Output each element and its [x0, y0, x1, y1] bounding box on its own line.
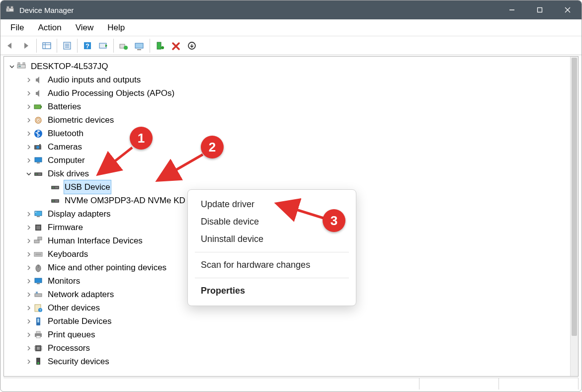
vertical-scrollbar[interactable]: [570, 57, 578, 376]
tree-root-label[interactable]: DESKTOP-4L537JQ: [30, 60, 109, 73]
back-button[interactable]: [3, 39, 17, 53]
tree-item-label[interactable]: Human Interface Devices: [47, 234, 144, 247]
tree-item[interactable]: Audio Processing Objects (APOs): [6, 86, 568, 100]
expand-icon[interactable]: [25, 331, 33, 339]
expand-icon[interactable]: [25, 224, 33, 232]
expand-icon[interactable]: [25, 143, 33, 151]
tree-item-label[interactable]: Disk drives: [47, 167, 90, 180]
tree-item-label[interactable]: Keyboards: [47, 247, 89, 261]
menu-view[interactable]: View: [69, 21, 101, 35]
svg-point-36: [36, 146, 39, 149]
tree-item-label[interactable]: Computer: [47, 154, 86, 167]
svg-point-41: [36, 173, 37, 174]
menu-help[interactable]: Help: [100, 21, 132, 35]
show-hidden-button[interactable]: [40, 39, 54, 53]
collapse-icon[interactable]: [8, 63, 16, 71]
tree-root[interactable]: DESKTOP-4L537JQ: [6, 60, 568, 73]
tree-item-label[interactable]: NVMe OM3PDP3-AD NVMe KD: [64, 194, 186, 207]
expand-icon[interactable]: [25, 304, 33, 312]
expand-icon[interactable]: [25, 291, 33, 299]
expand-icon[interactable]: [25, 157, 33, 164]
tree-item-label[interactable]: Biometric devices: [47, 113, 115, 127]
tree-item-label[interactable]: Network adapters: [47, 288, 115, 301]
tree-item-label[interactable]: Other devices: [47, 301, 101, 314]
context-menu-item[interactable]: Scan for hardware changes: [188, 256, 356, 274]
expand-icon[interactable]: [25, 317, 33, 325]
expand-icon[interactable]: [25, 103, 33, 111]
svg-rect-28: [23, 63, 25, 65]
tree-item[interactable]: Print queues: [6, 328, 568, 341]
tree-item-label[interactable]: Batteries: [47, 100, 82, 113]
svg-rect-2: [7, 6, 9, 8]
expand-icon[interactable]: [25, 237, 33, 245]
expand-icon[interactable]: [25, 277, 33, 285]
expand-icon[interactable]: [25, 210, 33, 218]
svg-text:?: ?: [39, 309, 41, 312]
context-menu-item[interactable]: Uninstall device: [188, 231, 356, 248]
disable-device-button[interactable]: [185, 39, 199, 53]
tree-item[interactable]: Bluetooth: [6, 127, 568, 140]
tree-item[interactable]: Portable Devices: [6, 314, 568, 328]
tree-item-label[interactable]: Bluetooth: [47, 127, 84, 140]
tree-item-label[interactable]: Audio Processing Objects (APOs): [47, 86, 175, 100]
forward-button[interactable]: [19, 39, 33, 53]
context-menu-item[interactable]: Properties: [188, 282, 356, 300]
scrollbar-thumb[interactable]: [572, 58, 577, 336]
expand-icon[interactable]: [25, 116, 33, 124]
computer-root-icon: [16, 61, 27, 72]
tree-item-label[interactable]: Firmware: [47, 221, 84, 234]
tree-item-label[interactable]: Security devices: [47, 355, 110, 368]
menu-action[interactable]: Action: [31, 21, 68, 35]
biometric-icon: [33, 115, 44, 126]
properties-button[interactable]: [60, 39, 74, 53]
speaker-icon: [33, 88, 44, 99]
scan-hardware-button[interactable]: [96, 39, 110, 53]
svg-point-47: [53, 200, 54, 201]
menu-bar: File Action View Help: [0, 19, 582, 36]
close-button[interactable]: [554, 0, 582, 19]
expand-icon[interactable]: [25, 250, 33, 258]
tree-item[interactable]: Batteries: [6, 100, 568, 113]
expand-icon[interactable]: [25, 264, 33, 272]
context-menu[interactable]: Update driverDisable deviceUninstall dev…: [187, 189, 356, 306]
expand-icon[interactable]: [25, 130, 33, 138]
tree-item[interactable]: Processors: [6, 341, 568, 355]
tree-item-label[interactable]: Processors: [47, 341, 91, 355]
svg-rect-45: [55, 187, 58, 188]
menu-file[interactable]: File: [3, 21, 31, 35]
expand-icon[interactable]: [25, 344, 33, 352]
uninstall-device-button[interactable]: [169, 39, 183, 53]
tree-item[interactable]: Biometric devices: [6, 113, 568, 127]
tree-item[interactable]: Computer: [6, 154, 568, 167]
tree-item-label[interactable]: Cameras: [47, 140, 83, 154]
tree-item-label[interactable]: USB Device: [64, 180, 111, 194]
add-legacy-hardware-button[interactable]: [133, 39, 147, 53]
tree-item[interactable]: Audio inputs and outputs: [6, 73, 568, 86]
collapse-icon[interactable]: [25, 170, 33, 178]
tree-item[interactable]: Disk drives: [6, 167, 568, 180]
portable-icon: [33, 316, 44, 327]
tree-item-label[interactable]: Mice and other pointing devices: [47, 261, 167, 274]
annotation-badge-3: 3: [323, 209, 345, 232]
status-cell: [3, 378, 419, 390]
minimize-button[interactable]: [498, 0, 526, 19]
network-icon: [33, 289, 44, 300]
processor-icon: [33, 343, 44, 354]
tree-item[interactable]: Cameras: [6, 140, 568, 154]
help-button[interactable]: ?: [81, 39, 94, 53]
expand-icon[interactable]: [25, 89, 33, 97]
keyboard-icon: [33, 249, 44, 260]
tree-item-label[interactable]: Audio inputs and outputs: [47, 73, 142, 86]
svg-point-51: [35, 212, 36, 213]
expand-icon[interactable]: [25, 358, 33, 366]
tree-item[interactable]: Security devices: [6, 355, 568, 368]
tree-item-label[interactable]: Display adapters: [47, 207, 112, 221]
firmware-icon: [33, 222, 44, 233]
tree-item-label[interactable]: Portable Devices: [47, 314, 113, 328]
expand-icon[interactable]: [25, 76, 33, 84]
update-driver-button[interactable]: [117, 39, 131, 53]
enable-device-button[interactable]: [153, 39, 167, 53]
maximize-button[interactable]: [526, 0, 554, 19]
tree-item-label[interactable]: Print queues: [47, 328, 96, 341]
tree-item-label[interactable]: Monitors: [47, 274, 81, 288]
